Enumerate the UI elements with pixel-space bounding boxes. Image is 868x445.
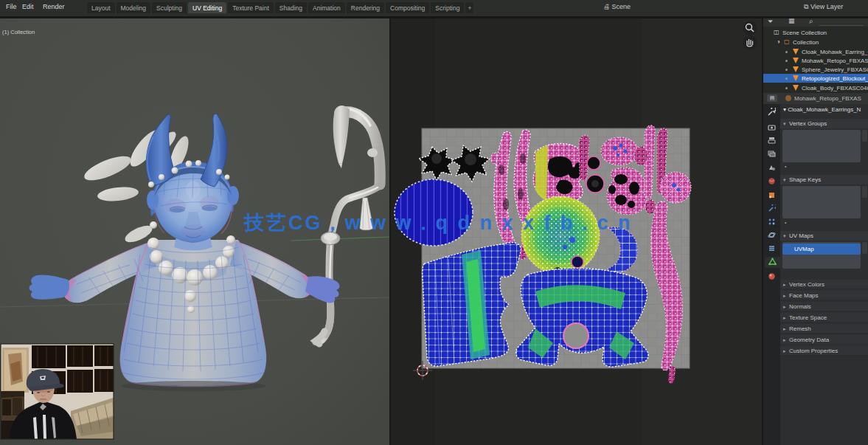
svg-text:(1) Collection: (1) Collection [2,29,35,35]
